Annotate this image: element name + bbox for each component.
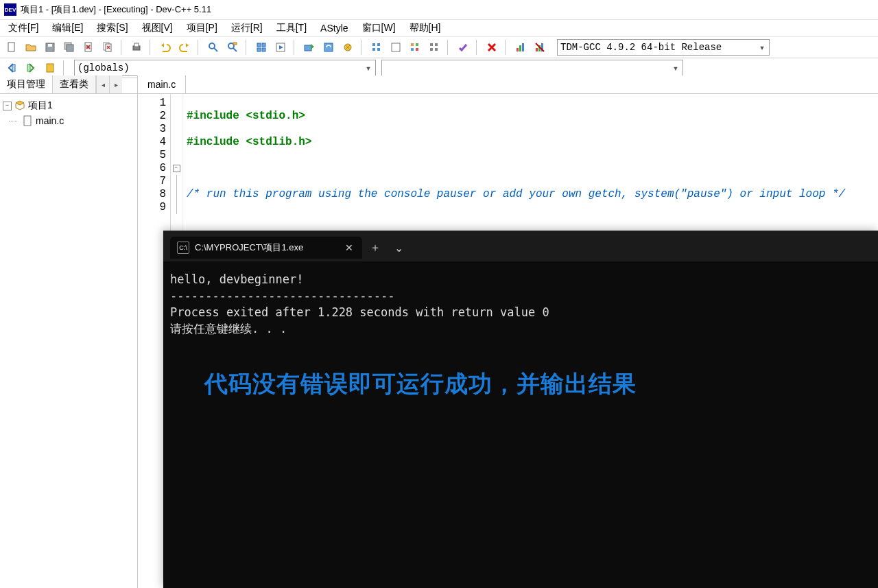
svg-rect-41	[27, 64, 30, 71]
toolbar-separator	[476, 40, 479, 55]
compiler-select[interactable]: TDM-GCC 4.9.2 64-bit Release ▾	[557, 39, 770, 56]
menu-run[interactable]: 运行[R]	[224, 21, 270, 36]
new-project-button[interactable]	[368, 38, 385, 56]
menu-file[interactable]: 文件[F]	[1, 21, 45, 36]
find-button[interactable]	[204, 38, 222, 56]
delete-profile-button[interactable]	[531, 38, 549, 56]
tree-file-label: main.c	[36, 115, 64, 126]
project-icon	[14, 100, 25, 111]
save-all-button[interactable]	[60, 38, 78, 56]
toolbar-separator	[198, 40, 200, 55]
tree-collapse-icon[interactable]: −	[3, 102, 12, 110]
menu-help[interactable]: 帮助[H]	[403, 21, 448, 36]
save-button[interactable]	[41, 38, 59, 56]
check-button[interactable]	[454, 38, 472, 56]
terminal-icon: C:\	[177, 242, 189, 254]
c-file-icon	[22, 115, 33, 126]
console-line: hello, devbeginner!	[170, 272, 303, 286]
svg-rect-4	[67, 45, 73, 51]
grid2-button[interactable]	[425, 38, 443, 56]
stop-button[interactable]	[483, 38, 501, 56]
tab-menu-button[interactable]: ⌄	[388, 237, 409, 258]
undo-button[interactable]	[156, 38, 174, 56]
run-button[interactable]	[272, 38, 289, 56]
sidebar: 项目管理 查看类 ◂ ▸ − 项目1 main.c	[0, 75, 138, 588]
bookmark-button[interactable]	[41, 59, 59, 77]
console-tab-title: C:\MYPROJECT\项目1.exe	[195, 242, 303, 254]
svg-point-10	[209, 43, 215, 49]
console-output[interactable]: hello, devbeginner! --------------------…	[163, 261, 878, 346]
menu-view[interactable]: 视图[V]	[135, 21, 180, 36]
scope-select-value: (globals)	[78, 62, 130, 73]
goto-forward-button[interactable]	[22, 59, 40, 77]
svg-rect-14	[262, 43, 265, 47]
code-line: /* run this program using the console pa…	[187, 188, 845, 200]
chevron-down-icon: ▾	[757, 41, 768, 54]
close-all-button[interactable]	[99, 38, 117, 56]
toolbar-separator	[361, 40, 364, 55]
close-tab-button[interactable]: ✕	[343, 242, 355, 254]
toolbar-separator	[63, 60, 66, 75]
sidebar-scroll-right[interactable]: ▸	[109, 75, 122, 93]
svg-rect-26	[411, 43, 414, 46]
svg-rect-22	[377, 43, 380, 46]
svg-rect-13	[257, 43, 261, 47]
svg-rect-24	[377, 48, 380, 51]
sidebar-tab-classes[interactable]: 查看类	[53, 75, 96, 93]
open-file-button[interactable]	[22, 38, 40, 56]
sidebar-scroll-left[interactable]: ◂	[96, 75, 109, 93]
svg-rect-25	[392, 43, 400, 51]
print-button[interactable]	[128, 38, 145, 56]
menu-astyle[interactable]: AStyle	[313, 21, 355, 35]
sidebar-tabs: 项目管理 查看类 ◂ ▸	[0, 75, 137, 94]
compiler-select-value: TDM-GCC 4.9.2 64-bit Release	[560, 42, 722, 53]
new-file-button[interactable]	[3, 38, 21, 56]
svg-rect-32	[430, 48, 433, 51]
symbol-select[interactable]: ▾	[381, 60, 683, 76]
editor-tab-mainc[interactable]: main.c	[138, 75, 186, 93]
redo-button[interactable]	[176, 38, 193, 56]
editor-tabstrip: main.c	[138, 75, 878, 94]
sidebar-tab-project[interactable]: 项目管理	[0, 75, 53, 93]
svg-rect-18	[305, 45, 311, 51]
fold-toggle-icon[interactable]: −	[173, 165, 180, 172]
menu-window[interactable]: 窗口[W]	[355, 21, 403, 36]
compile-run-button[interactable]	[300, 38, 318, 56]
profile-button[interactable]	[512, 38, 530, 56]
menu-edit[interactable]: 编辑[E]	[45, 21, 90, 36]
compile-button[interactable]	[252, 38, 270, 56]
goto-back-button[interactable]	[3, 59, 21, 77]
svg-rect-2	[48, 44, 52, 47]
svg-rect-42	[47, 64, 54, 72]
rebuild-button[interactable]	[320, 38, 337, 56]
toolbar-separator	[150, 40, 152, 55]
svg-rect-29	[416, 48, 418, 51]
svg-rect-16	[262, 48, 265, 51]
tree-file-mainc[interactable]: main.c	[3, 113, 134, 128]
svg-rect-43	[24, 116, 31, 126]
grid-button[interactable]	[406, 38, 424, 56]
close-file-button[interactable]	[80, 38, 97, 56]
replace-button[interactable]	[224, 38, 241, 56]
code-line: #include <stdio.h>	[187, 110, 305, 122]
console-tab[interactable]: C:\ C:\MYPROJECT\项目1.exe ✕	[170, 237, 362, 259]
svg-rect-21	[372, 43, 375, 46]
console-tabstrip: C:\ C:\MYPROJECT\项目1.exe ✕ ＋ ⌄	[163, 231, 878, 261]
menu-search[interactable]: 搜索[S]	[90, 21, 134, 36]
svg-rect-37	[536, 48, 538, 51]
console-window: C:\ C:\MYPROJECT\项目1.exe ✕ ＋ ⌄ hello, de…	[163, 231, 878, 588]
toolbar-main: TDM-GCC 4.9.2 64-bit Release ▾	[0, 37, 878, 58]
toolbar-separator	[121, 40, 123, 55]
debug-button[interactable]	[339, 38, 357, 56]
menu-tools[interactable]: 工具[T]	[270, 21, 313, 36]
svg-rect-33	[435, 48, 438, 51]
menu-project[interactable]: 项目[P]	[180, 21, 224, 36]
new-tab-button[interactable]: ＋	[365, 237, 385, 258]
svg-rect-9	[134, 43, 139, 47]
tree-project-root[interactable]: − 项目1	[3, 98, 134, 113]
console-line: --------------------------------	[170, 289, 395, 303]
project-options-button[interactable]	[387, 38, 405, 56]
svg-rect-15	[257, 48, 261, 51]
svg-rect-36	[522, 43, 524, 51]
scope-select[interactable]: (globals) ▾	[74, 60, 376, 76]
